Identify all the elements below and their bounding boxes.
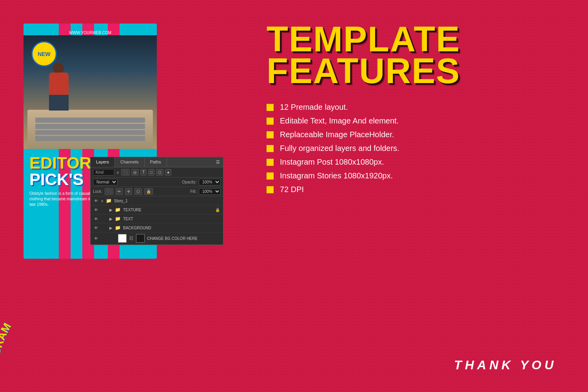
layer-name-story1: Story_1 xyxy=(114,199,127,203)
feature-bullet-1 xyxy=(267,104,274,111)
person-figure xyxy=(45,63,76,114)
ps-lock-art[interactable]: ⬡ xyxy=(134,188,142,195)
ps-filter-toolbar: ∨ ⬛ ◎ T □ ⬡ ● xyxy=(91,167,223,178)
layer-folder-icon-bg: 📁 xyxy=(115,225,121,230)
template-title-line2: FEATURES xyxy=(267,55,557,87)
card-website: WWW.YOURWEB.COM xyxy=(69,31,111,35)
layer-folder-icon-story1: 📁 xyxy=(106,198,112,203)
grill-bar xyxy=(35,124,145,129)
ps-filter-adjust[interactable]: ◎ xyxy=(131,169,139,176)
layer-texture[interactable]: 👁 ▶ 📁 TEXTURE 🔒 xyxy=(91,205,223,214)
grill-bar xyxy=(35,130,145,135)
layer-expand-story1[interactable]: ∨ xyxy=(101,199,103,203)
new-badge: NEW xyxy=(31,41,57,67)
person-head xyxy=(53,63,64,74)
thank-you-text: THANK YOU xyxy=(454,358,557,372)
feature-bullet-2 xyxy=(267,118,274,125)
feature-item-3: Replaceable Image PlaceHolder. xyxy=(267,130,557,139)
left-section: WWW.YOURWEB.COM NEW xyxy=(0,0,227,392)
ps-lock-all[interactable]: 🔒 xyxy=(144,188,153,195)
layer-eye-texture[interactable]: 👁 xyxy=(94,207,98,212)
layer-folder-icon-text: 📁 xyxy=(115,216,121,221)
person-legs xyxy=(49,95,69,111)
feature-item-7: 72 DPI xyxy=(267,185,557,194)
ps-lock-draw[interactable]: ✏ xyxy=(116,188,123,195)
layer-thumb2-changebg xyxy=(136,234,145,243)
new-badge-text: NEW xyxy=(38,51,51,57)
feature-bullet-6 xyxy=(267,172,274,180)
grill-bar xyxy=(35,118,145,123)
layer-thumb-changebg xyxy=(118,234,127,243)
layer-change-bg[interactable]: 👁 ⛓ CHANGE BG COLOR HERE xyxy=(91,232,223,245)
layer-eye-bg[interactable]: 👁 xyxy=(94,225,98,230)
layer-name-changebg: CHANGE BG COLOR HERE xyxy=(147,236,198,241)
ps-opacity-label: Opacity: xyxy=(182,180,196,184)
grill-bar xyxy=(35,136,145,141)
feature-bullet-7 xyxy=(267,186,274,193)
feature-item-5: Instagram Post 1080x1080px. xyxy=(267,158,557,167)
card-description: Oldstyle fashion is a form of casual clo… xyxy=(29,191,100,207)
ps-kind-input[interactable] xyxy=(93,169,114,176)
feature-text-4: Fully organized layers and folders. xyxy=(280,144,399,153)
ps-filter-smart[interactable]: ⬡ xyxy=(156,169,163,176)
layer-chain-changebg: ⛓ xyxy=(129,236,134,241)
feature-item-1: 12 Premade layout. xyxy=(267,103,557,112)
truck-shape xyxy=(27,110,153,149)
ps-opacity-select[interactable]: 100% xyxy=(199,179,221,185)
ps-panel-menu-icon[interactable]: ☰ xyxy=(213,157,223,167)
layer-expand-bg[interactable]: ▶ xyxy=(109,226,113,230)
ps-tab-paths[interactable]: Paths xyxy=(145,157,167,167)
layer-eye-story1[interactable]: 👁 xyxy=(94,198,98,203)
instagram-arc-label: INSTAGRAM xyxy=(0,321,13,388)
feature-text-7: 72 DPI xyxy=(280,185,304,194)
ps-tab-layers[interactable]: Layers xyxy=(91,157,115,167)
layer-background[interactable]: 👁 ▶ 📁 BACKGROUND xyxy=(91,223,223,232)
feature-bullet-3 xyxy=(267,131,274,138)
feature-item-2: Editable Text, Image And element. xyxy=(267,116,557,125)
feature-text-6: Instagram Stories 1080x1920px. xyxy=(280,171,393,180)
ps-filter-text[interactable]: T xyxy=(140,169,147,176)
layer-name-texture: TEXTURE xyxy=(123,208,142,212)
right-section: TEMPLATE FEATURES 12 Premade layout. Edi… xyxy=(227,0,588,392)
feature-bullet-4 xyxy=(267,145,274,152)
layer-expand-texture[interactable]: ▶ xyxy=(109,208,113,212)
ps-mode-row: Normal Opacity: 100% xyxy=(91,178,223,187)
feature-item-4: Fully organized layers and folders. xyxy=(267,144,557,153)
ps-lock-label: Lock: xyxy=(93,189,102,194)
layer-folder-icon-texture: 📁 xyxy=(115,207,121,212)
feature-text-5: Instagram Post 1080x1080px. xyxy=(280,158,384,167)
layer-name-text: TEXT xyxy=(123,217,133,221)
ps-lock-row: Lock: ⬛ ✏ ✛ ⬡ 🔒 Fill: 100% xyxy=(91,187,223,196)
ps-fill-select[interactable]: 100% xyxy=(199,188,221,195)
feature-bullet-5 xyxy=(267,159,274,166)
layer-eye-text[interactable]: 👁 xyxy=(94,216,98,221)
feature-item-6: Instagram Stories 1080x1920px. xyxy=(267,171,557,180)
template-title: TEMPLATE FEATURES xyxy=(267,24,557,87)
instagram-arc-text: INSTAGRAM xyxy=(0,310,67,392)
ps-lock-pixel[interactable]: ⬛ xyxy=(105,188,113,195)
template-title-line1: TEMPLATE xyxy=(267,24,557,55)
ps-filter-shape[interactable]: □ xyxy=(148,169,154,176)
ps-lock-move[interactable]: ✛ xyxy=(125,188,132,195)
ps-blend-mode[interactable]: Normal xyxy=(93,179,118,185)
layer-text[interactable]: 👁 ▶ 📁 TEXT xyxy=(91,214,223,223)
layer-lock-texture: 🔒 xyxy=(215,208,220,212)
ps-panel-tabs: Layers Channels Paths ☰ xyxy=(91,157,223,167)
feature-text-1: 12 Premade layout. xyxy=(280,103,348,112)
layer-eye-changebg[interactable]: 👁 xyxy=(94,236,98,241)
layer-story1[interactable]: 👁 ∨ 📁 Story_1 xyxy=(91,196,223,205)
person-body xyxy=(49,73,69,96)
layer-name-background: BACKGROUND xyxy=(123,226,151,230)
ps-filter-active[interactable]: ● xyxy=(165,169,171,176)
ps-fill-label: Fill: xyxy=(190,189,196,194)
main-container: WWW.YOURWEB.COM NEW xyxy=(0,0,588,392)
features-list: 12 Premade layout. Editable Text, Image … xyxy=(267,103,557,194)
ps-filter-pixel[interactable]: ⬛ xyxy=(121,169,130,176)
ps-tab-channels[interactable]: Channels xyxy=(115,157,144,167)
layer-expand-text[interactable]: ▶ xyxy=(109,217,113,221)
feature-text-3: Replaceable Image PlaceHolder. xyxy=(280,130,394,139)
feature-text-2: Editable Text, Image And element. xyxy=(280,116,399,125)
truck-grill xyxy=(35,118,145,141)
ps-layers-panel: Layers Channels Paths ☰ ∨ ⬛ ◎ T □ ⬡ ● No… xyxy=(90,157,223,245)
